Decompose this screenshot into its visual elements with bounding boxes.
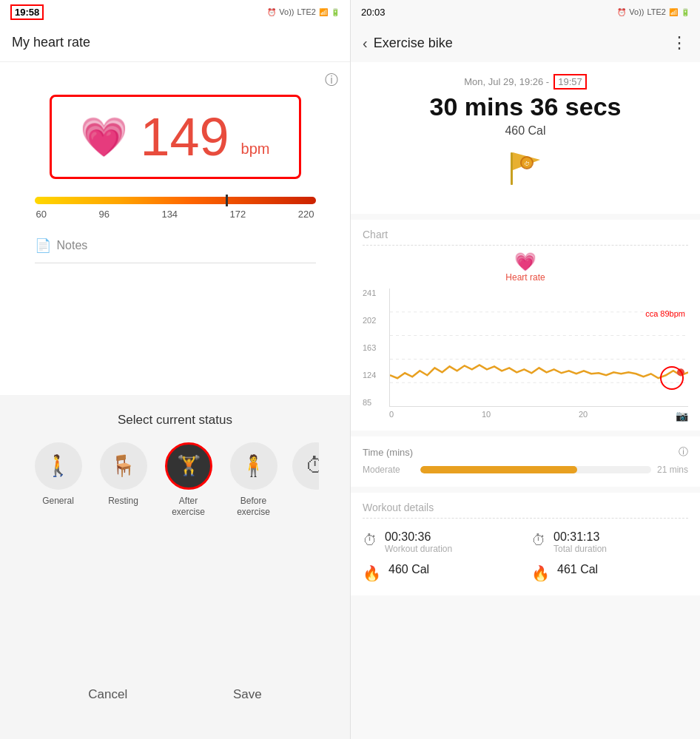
total-duration-value: 00:31:13 — [553, 530, 607, 544]
right-panel: 20:03 ⏰ Vo)) LTE2 📶 🔋 ‹ Exercise bike ⋮ … — [350, 0, 700, 739]
status-circle-after-exercise[interactable]: 🏋 — [165, 442, 212, 490]
workout-duration-label: Workout duration — [385, 544, 452, 554]
workout-duration-value: 00:30:36 — [385, 530, 452, 544]
detail-row-1: ⏱ 00:30:36 Workout duration ⏱ 00:31:13 T… — [363, 526, 688, 559]
detail-icon-clock: ⏱ — [531, 532, 546, 549]
left-app-title: My heart rate — [12, 35, 90, 50]
time-section-header: Time (mins) ⓘ — [363, 445, 688, 459]
status-option-partial: ⏱ — [292, 442, 319, 490]
hr-scale-bar: 60 96 134 172 220 — [35, 197, 316, 220]
zone-label: Moderate — [363, 465, 414, 475]
workout-cal: 460 Cal — [363, 124, 688, 138]
status-label-general: General — [42, 496, 74, 507]
detail-icon-fire1: 🔥 — [363, 564, 381, 582]
svg-text:⏱: ⏱ — [524, 161, 530, 167]
right-status-icons: ⏰ Vo)) LTE2 📶 🔋 — [617, 7, 690, 16]
status-circle-resting[interactable]: 🪑 — [100, 442, 147, 490]
detail-item-total-duration: ⏱ 00:31:13 Total duration — [531, 526, 688, 559]
detail-item-workout-duration: ⏱ 00:30:36 Workout duration — [363, 526, 519, 559]
more-button[interactable]: ⋮ — [671, 33, 688, 53]
chart-y-labels: 241 202 163 124 85 — [363, 288, 385, 407]
action-buttons: Cancel Save — [12, 680, 338, 727]
cancel-button[interactable]: Cancel — [70, 680, 145, 709]
left-status-bar: 19:58 ⏰ Vo)) LTE2 📶 🔋 — [0, 0, 350, 24]
workout-time-highlight: 19:57 — [553, 74, 587, 90]
select-status-section: Select current status 🚶 General 🪑 Restin… — [0, 395, 350, 740]
detail-icon-fire2: 🔥 — [531, 564, 550, 582]
save-button[interactable]: Save — [215, 680, 280, 709]
cal2-value: 461 Cal — [557, 563, 598, 576]
left-content: ⓘ 💗 149 bpm 60 96 134 172 220 📄 Notes — [0, 62, 350, 395]
notes-label[interactable]: 📄 Notes — [35, 237, 316, 254]
bpm-unit: bpm — [241, 141, 270, 163]
chart-x-labels: 0 10 20 📷 — [389, 410, 688, 422]
svg-rect-0 — [511, 152, 513, 185]
left-panel: 19:58 ⏰ Vo)) LTE2 📶 🔋 My heart rate ⓘ 💗 … — [0, 0, 350, 739]
workout-details-title: Workout details — [363, 502, 688, 519]
chart-svg — [390, 288, 688, 406]
time-bar-row: Moderate 21 mins — [363, 465, 688, 475]
chart-title: Chart — [363, 229, 688, 246]
status-circle-general[interactable]: 🚶 — [35, 442, 82, 490]
detail-item-cal1: 🔥 460 Cal — [363, 559, 519, 587]
zone-mins: 21 mins — [657, 465, 688, 475]
status-label-after-exercise: After exercise — [162, 496, 215, 519]
right-content: Mon, Jul 29, 19:26 - 19:57 30 mins 36 se… — [351, 62, 700, 739]
notes-text: Notes — [57, 239, 88, 252]
chart-legend-label: Heart rate — [505, 272, 545, 283]
chart-legend: 💗 Heart rate — [363, 252, 688, 283]
status-circle-partial[interactable]: ⏱ — [292, 442, 319, 490]
status-option-before-exercise[interactable]: 🧍 Before exercise — [227, 442, 280, 519]
hr-indicator — [226, 195, 228, 206]
heart-icon: 💗 — [80, 115, 128, 160]
chart-plot-area: 241 202 163 124 85 — [363, 288, 688, 422]
heart-rate-display: 💗 149 bpm — [50, 95, 301, 179]
left-header: My heart rate — [0, 24, 350, 62]
back-button[interactable]: ‹ — [363, 35, 368, 52]
right-app-title: Exercise bike — [374, 36, 453, 51]
status-label-before-exercise: Before exercise — [227, 496, 280, 519]
notes-section: 📄 Notes — [35, 237, 316, 263]
chart-plot: cca 89bpm — [389, 288, 688, 407]
heart-rate-icon: 💗 — [514, 252, 536, 272]
right-status-bar: 20:03 ⏰ Vo)) LTE2 📶 🔋 — [351, 0, 700, 24]
hr-scale-labels: 60 96 134 172 220 — [35, 209, 316, 220]
detail-icon-stopwatch: ⏱ — [363, 532, 377, 549]
workout-duration: 30 mins 36 secs — [363, 92, 688, 121]
status-options: 🚶 General 🪑 Resting 🏋 After exercise — [32, 442, 319, 519]
zone-bar-bg — [420, 466, 651, 473]
select-status-title: Select current status — [118, 413, 232, 428]
status-label-resting: Resting — [108, 496, 138, 507]
hr-bar — [35, 197, 316, 204]
cal1-value: 460 Cal — [388, 563, 429, 576]
chart-section: Chart 💗 Heart rate 241 202 163 124 85 — [351, 220, 700, 431]
status-option-general[interactable]: 🚶 General — [32, 442, 85, 507]
total-duration-label: Total duration — [553, 544, 607, 554]
status-circle-before-exercise[interactable]: 🧍 — [230, 442, 277, 490]
workout-details: Workout details ⏱ 00:30:36 Workout durat… — [351, 493, 700, 595]
right-header: ‹ Exercise bike ⋮ — [351, 24, 700, 62]
time-section-title: Time (mins) — [363, 447, 413, 458]
zone-bar-fill — [420, 466, 577, 473]
badge-svg: ⏱ — [503, 146, 548, 191]
status-option-after-exercise[interactable]: 🏋 After exercise — [162, 442, 215, 519]
badge-icon: ⏱ — [363, 146, 688, 199]
left-status-icons: ⏰ Vo)) LTE2 📶 🔋 — [267, 7, 340, 16]
time-section: Time (mins) ⓘ Moderate 21 mins — [351, 436, 700, 487]
status-option-resting[interactable]: 🪑 Resting — [97, 442, 150, 507]
workout-date: Mon, Jul 29, 19:26 - 19:57 — [363, 74, 688, 90]
chart-annotation: cca 89bpm — [645, 309, 685, 318]
notes-icon: 📄 — [35, 237, 51, 254]
info-icon-time[interactable]: ⓘ — [679, 445, 688, 459]
right-time: 20:03 — [361, 7, 386, 18]
info-icon[interactable]: ⓘ — [325, 71, 338, 89]
bpm-value: 149 — [140, 110, 229, 163]
detail-row-2: 🔥 460 Cal 🔥 461 Cal — [363, 559, 688, 587]
left-time: 19:58 — [10, 4, 44, 20]
detail-item-cal2: 🔥 461 Cal — [531, 559, 688, 587]
annotation-circle — [660, 366, 684, 390]
workout-summary: Mon, Jul 29, 19:26 - 19:57 30 mins 36 se… — [351, 62, 700, 214]
